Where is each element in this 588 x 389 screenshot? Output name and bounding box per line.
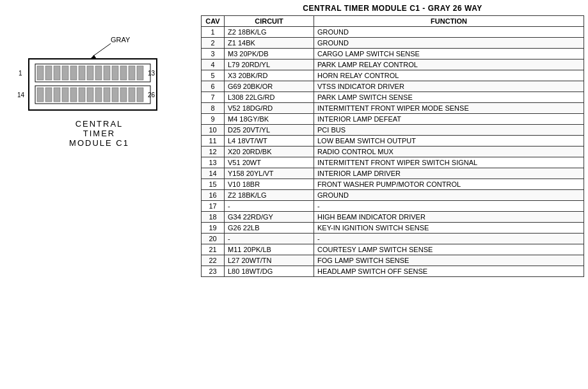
pin-table: CAV CIRCUIT FUNCTION 1Z2 18BK/LGGROUND2Z… [201, 15, 584, 277]
svg-rect-1 [45, 66, 52, 80]
cell-function: INTERIOR LAMP DRIVER [314, 168, 584, 179]
svg-rect-22 [112, 88, 118, 102]
table-row: 15V10 18BRFRONT WASHER PUMP/MOTOR CONTRO… [202, 179, 584, 190]
cell-cav: 11 [202, 136, 225, 147]
cell-cav: 18 [202, 212, 225, 223]
svg-rect-17 [70, 88, 77, 102]
cell-circuit: M3 20PK/DB [225, 49, 314, 60]
cell-circuit: G69 20BK/OR [225, 81, 314, 92]
cell-function: GROUND [314, 27, 584, 38]
header-circuit: CIRCUIT [225, 16, 314, 27]
table-row: 18G34 22RD/GYHIGH BEAM INDICATOR DRIVER [202, 212, 584, 223]
cell-function: HIGH BEAM INDICATOR DRIVER [314, 212, 584, 223]
table-row: 23L80 18WT/DGHEADLAMP SWITCH OFF SENSE [202, 266, 584, 277]
module-label-line2: TIMER [83, 129, 115, 138]
table-row: 13V51 20WTINTERMITTENT FRONT WIPER SWITC… [202, 157, 584, 168]
cell-cav: 15 [202, 179, 225, 190]
connector-svg: GRAY [16, 32, 182, 147]
cell-circuit: Z1 14BK [225, 38, 314, 49]
table-row: 2Z1 14BKGROUND [202, 38, 584, 49]
table-row: 21M11 20PK/LBCOURTESY LAMP SWITCH SENSE [202, 244, 584, 255]
cell-cav: 9 [202, 114, 225, 125]
cell-circuit: V51 20WT [225, 157, 314, 168]
cell-circuit: M11 20PK/LB [225, 244, 314, 255]
cell-circuit: G34 22RD/GY [225, 212, 314, 223]
table-title: CENTRAL TIMER MODULE C1 - GRAY 26 WAY [201, 4, 584, 13]
cell-circuit: X20 20RD/BK [225, 147, 314, 157]
svg-rect-24 [129, 88, 135, 102]
cell-function: GROUND [314, 190, 584, 201]
svg-rect-8 [104, 66, 110, 80]
svg-rect-14 [45, 88, 52, 102]
cell-function: GROUND [314, 38, 584, 49]
cell-function: KEY-IN IGNITION SWITCH SENSE [314, 223, 584, 234]
cell-circuit: L4 18VT/WT [225, 136, 314, 147]
svg-rect-0 [37, 66, 44, 80]
svg-rect-3 [62, 66, 68, 80]
svg-rect-23 [120, 88, 127, 102]
cell-circuit: - [225, 201, 314, 212]
cell-circuit: X3 20BK/RD [225, 70, 314, 81]
top-row-pins [37, 66, 143, 80]
cell-circuit: M4 18GY/BK [225, 114, 314, 125]
cell-function: PARK LAMP SWITCH SENSE [314, 92, 584, 103]
cell-cav: 4 [202, 60, 225, 70]
table-row: 5X3 20BK/RDHORN RELAY CONTROL [202, 70, 584, 81]
svg-rect-11 [129, 66, 135, 80]
cell-cav: 16 [202, 190, 225, 201]
cell-cav: 7 [202, 92, 225, 103]
table-row: 7L308 22LG/RDPARK LAMP SWITCH SENSE [202, 92, 584, 103]
cell-circuit: L308 22LG/RD [225, 92, 314, 103]
header-cav: CAV [202, 16, 225, 27]
bottom-row-pins [37, 88, 143, 102]
cell-cav: 12 [202, 147, 225, 157]
table-row: 20-- [202, 234, 584, 244]
pin-label-13: 13 [148, 70, 155, 77]
svg-rect-10 [120, 66, 127, 80]
svg-rect-18 [79, 88, 85, 102]
cell-cav: 14 [202, 168, 225, 179]
cell-circuit: V10 18BR [225, 179, 314, 190]
svg-rect-15 [54, 88, 60, 102]
cell-circuit: D25 20VT/YL [225, 125, 314, 136]
cell-cav: 8 [202, 103, 225, 114]
cell-cav: 21 [202, 244, 225, 255]
cell-function: - [314, 234, 584, 244]
cell-circuit: G26 22LB [225, 223, 314, 234]
cell-function: COURTESY LAMP SWITCH SENSE [314, 244, 584, 255]
page: GRAY [0, 0, 588, 389]
table-row: 16Z2 18BK/LGGROUND [202, 190, 584, 201]
svg-rect-25 [137, 88, 143, 102]
cell-function: PARK LAMP RELAY CONTROL [314, 60, 584, 70]
table-row: 14Y158 20YL/VTINTERIOR LAMP DRIVER [202, 168, 584, 179]
table-row: 12X20 20RD/BKRADIO CONTROL MUX [202, 147, 584, 157]
right-panel: CENTRAL TIMER MODULE C1 - GRAY 26 WAY CA… [198, 0, 588, 389]
cell-circuit: L79 20RD/YL [225, 60, 314, 70]
cell-cav: 13 [202, 157, 225, 168]
cell-cav: 1 [202, 27, 225, 38]
cell-circuit: - [225, 234, 314, 244]
pin-label-14: 14 [17, 91, 25, 99]
cell-cav: 10 [202, 125, 225, 136]
table-row: 6G69 20BK/ORVTSS INDICATOR DRIVER [202, 81, 584, 92]
table-row: 10D25 20VT/YLPCI BUS [202, 125, 584, 136]
svg-rect-2 [54, 66, 60, 80]
cell-cav: 6 [202, 81, 225, 92]
cell-function: HORN RELAY CONTROL [314, 70, 584, 81]
cell-function: INTERMITTENT FRONT WIPER SWITCH SIGNAL [314, 157, 584, 168]
cell-function: INTERIOR LAMP DEFEAT [314, 114, 584, 125]
cell-function: CARGO LAMP SWITCH SENSE [314, 49, 584, 60]
svg-rect-16 [62, 88, 68, 102]
table-row: 8V52 18DG/RDINTERMITTENT FRONT WIPER MOD… [202, 103, 584, 114]
table-row: 9M4 18GY/BKINTERIOR LAMP DEFEAT [202, 114, 584, 125]
table-row: 11L4 18VT/WTLOW BEAM SWITCH OUTPUT [202, 136, 584, 147]
svg-rect-19 [87, 88, 93, 102]
svg-rect-4 [70, 66, 77, 80]
table-row: 4L79 20RD/YLPARK LAMP RELAY CONTROL [202, 60, 584, 70]
cell-circuit: Z2 18BK/LG [225, 27, 314, 38]
cell-function: FRONT WASHER PUMP/MOTOR CONTROL [314, 179, 584, 190]
cell-function: - [314, 201, 584, 212]
svg-rect-6 [87, 66, 93, 80]
cell-function: INTERMITTENT FRONT WIPER MODE SENSE [314, 103, 584, 114]
svg-rect-21 [104, 88, 110, 102]
